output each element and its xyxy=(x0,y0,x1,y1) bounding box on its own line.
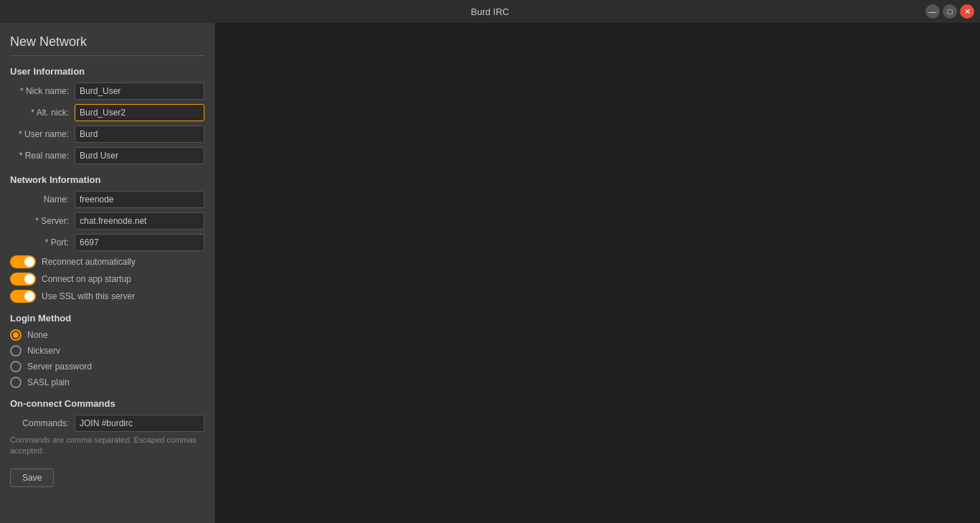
connect-startup-label: Connect on app startup xyxy=(42,274,131,284)
connect-startup-knob xyxy=(24,274,34,284)
radio-server-password[interactable]: Server password xyxy=(10,361,204,372)
panel-title: New Network xyxy=(10,34,204,56)
use-ssl-label: Use SSL with this server xyxy=(42,291,135,301)
real-name-label: * Real name: xyxy=(10,151,75,161)
use-ssl-row: Use SSL with this server xyxy=(10,290,204,303)
minimize-button[interactable]: — xyxy=(925,4,940,19)
nick-name-input[interactable] xyxy=(75,83,204,100)
use-ssl-toggle[interactable] xyxy=(10,290,36,303)
connect-startup-toggle[interactable] xyxy=(10,273,36,286)
save-button[interactable]: Save xyxy=(10,468,54,487)
alt-nick-row: * Alt. nick: xyxy=(10,104,204,121)
commands-row: Commands: xyxy=(10,415,204,432)
port-input[interactable] xyxy=(75,234,204,251)
alt-nick-input[interactable] xyxy=(75,104,204,121)
minimize-icon: — xyxy=(929,7,937,16)
titlebar: Burd IRC — □ ✕ xyxy=(0,0,980,23)
maximize-icon: □ xyxy=(948,7,953,16)
alt-nick-label: * Alt. nick: xyxy=(10,108,75,118)
use-ssl-track xyxy=(10,290,36,303)
window-controls: — □ ✕ xyxy=(925,0,974,23)
radio-sasl-plain-circle xyxy=(10,377,22,388)
reconnect-label: Reconnect automatically xyxy=(42,257,136,267)
radio-none-label: None xyxy=(27,330,48,340)
network-info-header: Network Information xyxy=(10,174,204,185)
commands-input[interactable] xyxy=(75,415,204,432)
app-body: New Network User Information * Nick name… xyxy=(0,23,980,523)
app-title: Burd IRC xyxy=(471,6,509,17)
close-icon: ✕ xyxy=(964,7,971,17)
radio-none[interactable]: None xyxy=(10,329,204,341)
close-button[interactable]: ✕ xyxy=(960,4,974,19)
chat-panel xyxy=(215,23,980,523)
radio-nickserv[interactable]: Nickserv xyxy=(10,345,204,357)
connect-startup-row: Connect on app startup xyxy=(10,273,204,286)
maximize-button[interactable]: □ xyxy=(943,4,957,19)
user-name-input[interactable] xyxy=(75,126,204,143)
commands-hint: Commands are comma separated. Escaped co… xyxy=(10,435,204,457)
name-row: Name: xyxy=(10,191,204,208)
name-label: Name: xyxy=(10,194,75,204)
radio-server-password-circle xyxy=(10,361,22,372)
server-input[interactable] xyxy=(75,212,204,230)
name-input[interactable] xyxy=(75,191,204,208)
user-name-label: * User name: xyxy=(10,129,75,139)
reconnect-knob xyxy=(24,257,34,267)
reconnect-row: Reconnect automatically xyxy=(10,255,204,268)
port-label: * Port: xyxy=(10,237,75,248)
new-network-panel: New Network User Information * Nick name… xyxy=(0,23,215,523)
server-label: * Server: xyxy=(10,216,75,226)
radio-nickserv-label: Nickserv xyxy=(27,346,60,356)
radio-none-circle xyxy=(10,329,22,341)
onconnect-header: On-connect Commands xyxy=(10,398,204,409)
nick-name-label: * Nick name: xyxy=(10,86,75,96)
reconnect-toggle[interactable] xyxy=(10,255,36,268)
user-info-header: User Information xyxy=(10,66,204,77)
radio-nickserv-circle xyxy=(10,345,22,357)
commands-label: Commands: xyxy=(10,418,75,428)
radio-server-password-label: Server password xyxy=(27,362,92,372)
radio-sasl-plain-label: SASL plain xyxy=(27,377,70,387)
reconnect-track xyxy=(10,255,36,268)
radio-none-dot xyxy=(13,332,19,338)
port-row: * Port: xyxy=(10,234,204,251)
real-name-row: * Real name: xyxy=(10,147,204,164)
nick-name-row: * Nick name: xyxy=(10,83,204,100)
radio-sasl-plain[interactable]: SASL plain xyxy=(10,377,204,388)
login-method-header: Login Method xyxy=(10,313,204,324)
real-name-input[interactable] xyxy=(75,147,204,164)
use-ssl-knob xyxy=(24,291,34,301)
user-name-row: * User name: xyxy=(10,126,204,143)
connect-startup-track xyxy=(10,273,36,286)
server-row: * Server: xyxy=(10,212,204,230)
